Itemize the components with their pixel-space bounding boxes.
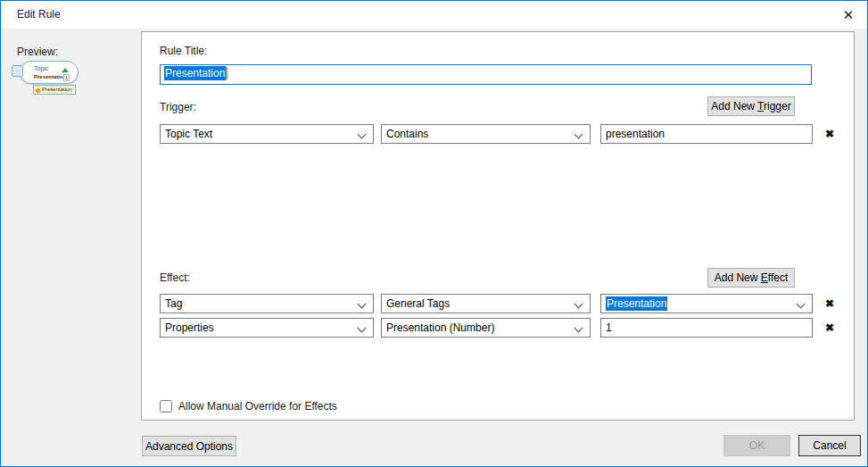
chevron-down-icon	[575, 324, 583, 333]
tag-icon	[35, 87, 41, 93]
subtopic-icon	[12, 65, 23, 77]
effect-value-input-2[interactable]	[600, 318, 813, 338]
chevron-down-icon	[797, 300, 806, 309]
rule-title-label: Rule Title:	[160, 45, 207, 57]
rule-title-selected-text: Presentation	[164, 66, 226, 80]
effect-value-selected-text: Presentation	[606, 296, 667, 311]
rule-panel: Rule Title: Presentation Trigger: Add Ne…	[141, 31, 855, 421]
add-new-effect-button[interactable]: Add New Effect	[707, 268, 795, 288]
topic-property-value: 1	[63, 74, 70, 81]
effect-target-select-2[interactable]: Presentation (Number)	[381, 318, 591, 338]
rule-title-input[interactable]: Presentation	[160, 64, 812, 85]
close-icon[interactable]: ✕	[839, 5, 858, 25]
allow-manual-override-checkbox[interactable]	[160, 400, 172, 413]
add-new-trigger-button[interactable]: Add New Trigger	[707, 96, 795, 116]
chevron-down-icon	[575, 300, 583, 309]
effect-delete-button-2[interactable]: ✖	[823, 321, 837, 335]
text-caret	[226, 67, 227, 79]
titlebar: Edit Rule ✕	[1, 1, 867, 29]
effect-value-combo-1[interactable]: Presentation	[600, 294, 813, 313]
effect-target-select-1[interactable]: General Tags	[381, 294, 591, 313]
preview-label: Preview:	[17, 46, 58, 58]
chevron-down-icon	[358, 324, 367, 333]
trigger-field-select[interactable]: Topic Text	[160, 124, 374, 144]
advanced-options-button[interactable]: Advanced Options	[142, 436, 236, 456]
topic-bubble: Topic Presentation 1	[20, 61, 79, 84]
allow-manual-override-label: Allow Manual Override for Effects	[178, 400, 337, 413]
chevron-down-icon	[358, 130, 367, 139]
chevron-down-icon	[575, 130, 583, 139]
chevron-down-icon	[358, 300, 367, 309]
trigger-value-input[interactable]	[600, 124, 813, 144]
trigger-operator-select[interactable]: Contains	[381, 124, 591, 144]
ok-button[interactable]: OK	[723, 435, 790, 456]
edit-rule-dialog: Edit Rule ✕ Preview: Topic Presentation …	[0, 0, 868, 467]
topic-property-name: Presentation	[34, 74, 66, 79]
green-triangle-icon	[62, 68, 69, 72]
effect-type-select-1[interactable]: Tag	[160, 294, 374, 313]
effect-delete-button-1[interactable]: ✖	[823, 296, 837, 311]
cancel-button[interactable]: Cancel	[798, 435, 861, 456]
topic-title: Topic	[34, 65, 48, 71]
effect-label: Effect:	[160, 271, 190, 284]
tag-chip: Presentation	[33, 85, 76, 95]
topic-preview: Topic Presentation 1 Presentation	[12, 60, 97, 99]
trigger-label: Trigger:	[160, 101, 196, 113]
tag-chip-label: Presentation	[42, 87, 72, 92]
window-title: Edit Rule	[17, 8, 61, 21]
trigger-delete-button[interactable]: ✖	[823, 127, 837, 141]
effect-type-select-2[interactable]: Properties	[160, 318, 374, 338]
